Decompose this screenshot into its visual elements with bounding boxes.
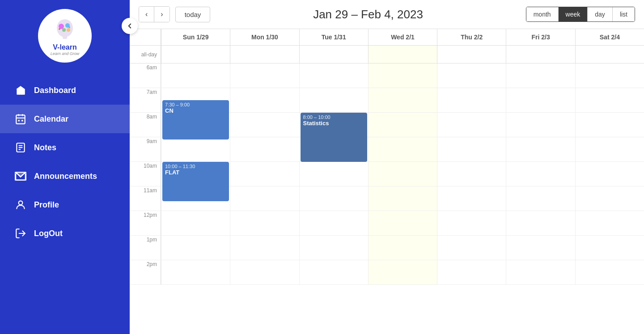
- cell-sat-8am[interactable]: [575, 113, 644, 137]
- sidebar-item-calendar[interactable]: Calendar: [0, 105, 130, 133]
- cell-fri-7am[interactable]: [506, 88, 575, 112]
- cell-wed-12pm[interactable]: [368, 211, 437, 235]
- time-6am: 6am: [130, 63, 161, 88]
- cell-mon-9am[interactable]: [230, 137, 299, 161]
- cell-sun-1pm[interactable]: [161, 236, 230, 260]
- all-day-sat: [575, 46, 644, 63]
- cell-thu-8am[interactable]: [437, 113, 506, 137]
- event-statistics[interactable]: 8:00 – 10:00 Statistics: [301, 113, 367, 162]
- cell-mon-7am[interactable]: [230, 88, 299, 112]
- home-icon: [14, 84, 27, 97]
- cell-sat-12pm[interactable]: [575, 211, 644, 235]
- cell-fri-6am[interactable]: [506, 63, 575, 88]
- cell-wed-8am[interactable]: [368, 113, 437, 137]
- sidebar-item-profile[interactable]: Profile: [0, 190, 130, 219]
- sidebar-item-notes[interactable]: Notes: [0, 133, 130, 162]
- cell-tue-11am[interactable]: [299, 186, 368, 211]
- cell-thu-11am[interactable]: [437, 186, 506, 211]
- calendar: Sun 1/29 Mon 1/30 Tue 1/31 Wed 2/1 Thu 2…: [130, 29, 644, 334]
- week-view-button[interactable]: week: [559, 7, 588, 21]
- cell-sun-7am[interactable]: 7:30 – 9:00 CN: [161, 88, 230, 112]
- cell-mon-10am[interactable]: [230, 162, 299, 186]
- event-flat[interactable]: 10:00 – 11:30 FLAT: [162, 162, 229, 201]
- cell-mon-6am[interactable]: [230, 63, 299, 88]
- cell-thu-7am[interactable]: [437, 88, 506, 112]
- all-day-wed: [368, 46, 437, 63]
- cell-fri-12pm[interactable]: [506, 211, 575, 235]
- cell-thu-12pm[interactable]: [437, 211, 506, 235]
- cell-sun-6am[interactable]: [161, 63, 230, 88]
- event-cn[interactable]: 7:30 – 9:00 CN: [162, 100, 229, 140]
- sidebar: V-learn Learn and Grow Dashboard Calenda…: [0, 0, 130, 334]
- all-day-mon: [230, 46, 299, 63]
- day-view-button[interactable]: day: [588, 7, 613, 21]
- cell-thu-2pm[interactable]: [437, 260, 506, 284]
- next-button[interactable]: ›: [154, 7, 169, 22]
- cell-tue-10am[interactable]: [299, 162, 368, 186]
- list-view-button[interactable]: list: [613, 7, 635, 21]
- svg-rect-12: [18, 120, 20, 121]
- cell-tue-2pm[interactable]: [299, 260, 368, 284]
- today-button[interactable]: today: [175, 7, 211, 22]
- cell-fri-9am[interactable]: [506, 137, 575, 161]
- cell-wed-9am[interactable]: [368, 137, 437, 161]
- cell-mon-12pm[interactable]: [230, 211, 299, 235]
- svg-rect-7: [63, 36, 67, 39]
- cell-wed-6am[interactable]: [368, 63, 437, 88]
- cell-tue-1pm[interactable]: [299, 236, 368, 260]
- view-switcher: month week day list: [526, 7, 635, 22]
- cell-mon-2pm[interactable]: [230, 260, 299, 284]
- cell-sat-7am[interactable]: [575, 88, 644, 112]
- time-9am: 9am: [130, 137, 161, 161]
- cell-mon-1pm[interactable]: [230, 236, 299, 260]
- cell-thu-9am[interactable]: [437, 137, 506, 161]
- cell-fri-8am[interactable]: [506, 113, 575, 137]
- svg-point-4: [67, 28, 70, 32]
- svg-marker-18: [16, 172, 25, 177]
- sidebar-item-logout[interactable]: LogOut: [0, 219, 130, 248]
- cell-sun-9am[interactable]: [161, 137, 230, 161]
- cell-thu-1pm[interactable]: [437, 236, 506, 260]
- cell-sun-12pm[interactable]: [161, 211, 230, 235]
- cell-fri-11am[interactable]: [506, 186, 575, 211]
- cell-wed-1pm[interactable]: [368, 236, 437, 260]
- event-flat-name: FLAT: [165, 169, 226, 176]
- cell-fri-2pm[interactable]: [506, 260, 575, 284]
- cell-thu-6am[interactable]: [437, 63, 506, 88]
- cell-fri-1pm[interactable]: [506, 236, 575, 260]
- time-12pm: 12pm: [130, 211, 161, 235]
- calendar-body[interactable]: all-day 6am: [130, 46, 644, 334]
- cell-sat-2pm[interactable]: [575, 260, 644, 284]
- cell-wed-2pm[interactable]: [368, 260, 437, 284]
- cell-sat-1pm[interactable]: [575, 236, 644, 260]
- back-button[interactable]: [122, 18, 138, 34]
- cell-sun-2pm[interactable]: [161, 260, 230, 284]
- cell-tue-12pm[interactable]: [299, 211, 368, 235]
- cell-mon-8am[interactable]: [230, 113, 299, 137]
- cell-mon-11am[interactable]: [230, 186, 299, 211]
- event-cn-name: CN: [165, 107, 226, 114]
- cell-sat-9am[interactable]: [575, 137, 644, 161]
- cell-thu-10am[interactable]: [437, 162, 506, 186]
- sidebar-item-profile-label: Profile: [34, 200, 59, 210]
- cell-sat-11am[interactable]: [575, 186, 644, 211]
- prev-button[interactable]: ‹: [139, 7, 154, 22]
- cell-sun-10am[interactable]: 10:00 – 11:30 FLAT: [161, 162, 230, 186]
- sidebar-item-notes-label: Notes: [34, 143, 56, 152]
- cell-sat-10am[interactable]: [575, 162, 644, 186]
- month-view-button[interactable]: month: [526, 7, 559, 21]
- cell-wed-11am[interactable]: [368, 186, 437, 211]
- cell-wed-7am[interactable]: [368, 88, 437, 112]
- sidebar-nav: Dashboard Calendar Notes Announcements: [0, 76, 130, 248]
- cell-tue-7am[interactable]: [299, 88, 368, 112]
- cell-fri-10am[interactable]: [506, 162, 575, 186]
- sidebar-item-dashboard[interactable]: Dashboard: [0, 76, 130, 105]
- cell-sat-6am[interactable]: [575, 63, 644, 88]
- logo-name: V-learn: [53, 43, 76, 51]
- sidebar-item-announcements[interactable]: Announcements: [0, 162, 130, 190]
- time-row-7am: 7am 7:30 – 9:00 CN: [130, 88, 644, 113]
- col-sat: Sat 2/4: [575, 29, 644, 45]
- cell-wed-10am[interactable]: [368, 162, 437, 186]
- cell-tue-6am[interactable]: [299, 63, 368, 88]
- cell-tue-8am[interactable]: 8:00 – 10:00 Statistics: [299, 113, 368, 137]
